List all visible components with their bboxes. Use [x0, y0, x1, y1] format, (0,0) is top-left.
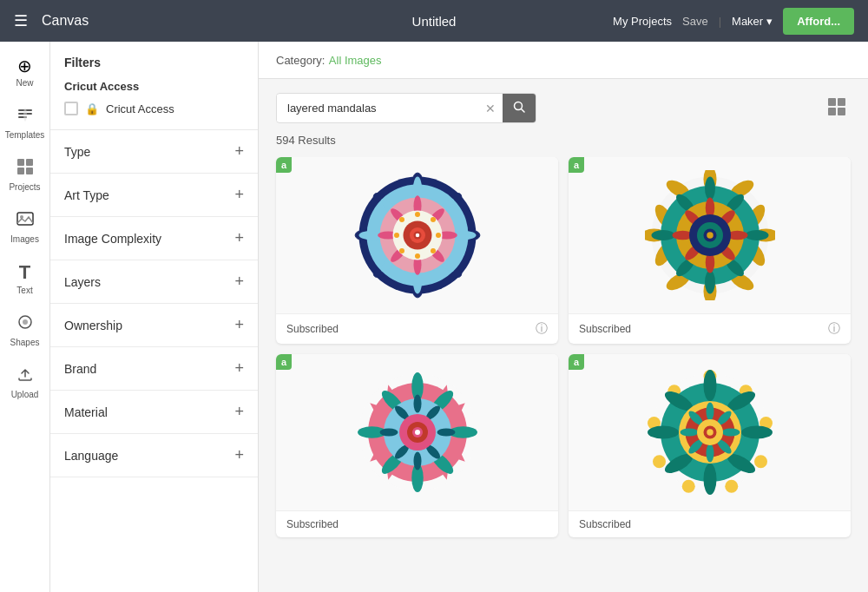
svg-point-48	[431, 248, 436, 253]
filter-layers-expand-icon: +	[234, 273, 244, 291]
cricut-access-checkbox-box[interactable]	[64, 102, 78, 115]
svg-point-138	[703, 370, 716, 401]
access-badge-4: a	[569, 354, 584, 370]
search-clear-icon[interactable]: ✕	[478, 102, 503, 115]
svg-point-134	[653, 455, 666, 468]
image-card-3[interactable]: a	[276, 354, 558, 537]
image-card-2[interactable]: a	[569, 157, 851, 344]
svg-point-131	[754, 455, 767, 468]
search-button[interactable]	[503, 94, 536, 122]
save-button[interactable]: Save	[682, 15, 708, 28]
image-label-4: Subscribed	[579, 518, 631, 530]
images-icon	[16, 209, 35, 233]
image-card-footer-2: Subscribed ⓘ	[569, 313, 851, 344]
cricut-access-text: Cricut Access	[106, 102, 174, 115]
svg-point-152	[706, 444, 713, 463]
svg-point-140	[741, 426, 773, 439]
filter-image-complexity[interactable]: Image Complexity +	[50, 217, 258, 260]
sidebar-item-upload[interactable]: Upload	[0, 358, 49, 406]
image-card-img-1: a	[276, 157, 558, 313]
svg-point-154	[680, 429, 698, 437]
filter-layers[interactable]: Layers +	[50, 260, 258, 304]
image-label-2: Subscribed	[579, 323, 631, 335]
svg-point-75	[705, 271, 715, 294]
sidebar-item-label: New	[16, 78, 33, 88]
filter-layers-label: Layers	[64, 275, 101, 289]
info-icon-2[interactable]: ⓘ	[828, 321, 840, 337]
sidebar-item-shapes[interactable]: Shapes	[0, 306, 49, 354]
cricut-access-section: Cricut Access 🔒 Cricut Access	[50, 80, 258, 129]
svg-line-12	[522, 109, 525, 113]
afford-button[interactable]: Afford...	[783, 8, 854, 35]
my-projects-link[interactable]: My Projects	[613, 15, 672, 28]
image-card-4[interactable]: a	[569, 354, 851, 537]
mandala-image-2	[645, 170, 775, 300]
svg-point-142	[703, 464, 716, 495]
svg-point-144	[648, 426, 679, 439]
svg-point-45	[415, 212, 420, 217]
sidebar-item-label: Upload	[11, 390, 39, 399]
category-link[interactable]: All Images	[329, 54, 382, 67]
search-row: ✕ 594 Results	[259, 79, 868, 157]
svg-rect-4	[26, 159, 33, 166]
svg-point-49	[415, 253, 420, 259]
access-badge-1: a	[276, 157, 292, 173]
sidebar-item-templates[interactable]: Templates	[0, 98, 49, 147]
menu-icon[interactable]: ☰	[14, 11, 28, 30]
search-col: ✕ 594 Results	[259, 79, 819, 157]
header: ☰ Canvas Untitled My Projects Save | Mak…	[0, 0, 868, 42]
sidebar-item-text[interactable]: T Text	[0, 254, 49, 302]
category-prefix: Category:	[276, 54, 325, 67]
maker-selector[interactable]: Maker ▾	[732, 15, 773, 28]
svg-rect-14	[838, 98, 845, 106]
svg-point-91	[707, 232, 713, 239]
search-input[interactable]	[277, 95, 478, 122]
filter-ownership[interactable]: Ownership +	[50, 304, 258, 347]
filter-language[interactable]: Language +	[50, 434, 258, 477]
main-content: Category: All Images ✕	[259, 42, 868, 592]
filter-type[interactable]: Type +	[50, 130, 258, 174]
filter-art-type-expand-icon: +	[234, 186, 244, 204]
svg-point-56	[415, 234, 419, 238]
grid-layout-button[interactable]	[819, 93, 854, 125]
app-logo: Canvas	[42, 13, 599, 29]
images-grid: a	[259, 157, 868, 551]
svg-rect-15	[828, 108, 836, 115]
mandala-image-3	[352, 367, 483, 497]
results-count: 594 Results	[259, 130, 819, 157]
image-card-footer-1: Subscribed ⓘ	[276, 313, 558, 344]
svg-point-46	[431, 217, 436, 222]
filter-art-type[interactable]: Art Type +	[50, 174, 258, 217]
svg-point-77	[651, 230, 674, 240]
sidebar-item-new[interactable]: ⊕ New	[0, 49, 49, 95]
filter-brand-expand-icon: +	[234, 359, 244, 378]
svg-point-150	[721, 429, 740, 437]
sidebar-icons: ⊕ New Templates	[0, 42, 50, 592]
category-bar: Category: All Images	[259, 42, 868, 79]
filters-title: Filters	[50, 56, 258, 80]
sidebar-item-label: Templates	[5, 130, 45, 140]
sidebar-item-label: Images	[10, 234, 39, 244]
filter-brand[interactable]: Brand +	[50, 347, 258, 391]
filter-material-label: Material	[64, 405, 108, 419]
svg-point-119	[413, 452, 421, 470]
filters-panel: Filters Cricut Access 🔒 Cricut Access Ty…	[50, 42, 259, 592]
sidebar-item-projects[interactable]: Projects	[0, 150, 49, 199]
templates-icon	[16, 105, 35, 128]
svg-point-133	[681, 480, 694, 493]
info-icon-1[interactable]: ⓘ	[536, 321, 548, 337]
grid-layout-icon	[826, 96, 847, 117]
sidebar-item-images[interactable]: Images	[0, 202, 49, 251]
app-body: ⊕ New Templates	[0, 42, 868, 592]
filter-language-expand-icon: +	[234, 446, 244, 464]
cricut-access-checkbox[interactable]: 🔒 Cricut Access	[64, 102, 244, 115]
filter-brand-label: Brand	[64, 362, 96, 376]
filter-material[interactable]: Material +	[50, 391, 258, 434]
sidebar-item-label: Projects	[9, 182, 40, 192]
search-area: ✕	[259, 79, 819, 130]
maker-label: Maker	[732, 15, 763, 28]
image-card[interactable]: a	[276, 157, 558, 344]
upload-icon	[16, 365, 35, 388]
projects-icon	[16, 157, 35, 181]
image-card-img-4: a	[569, 354, 851, 510]
